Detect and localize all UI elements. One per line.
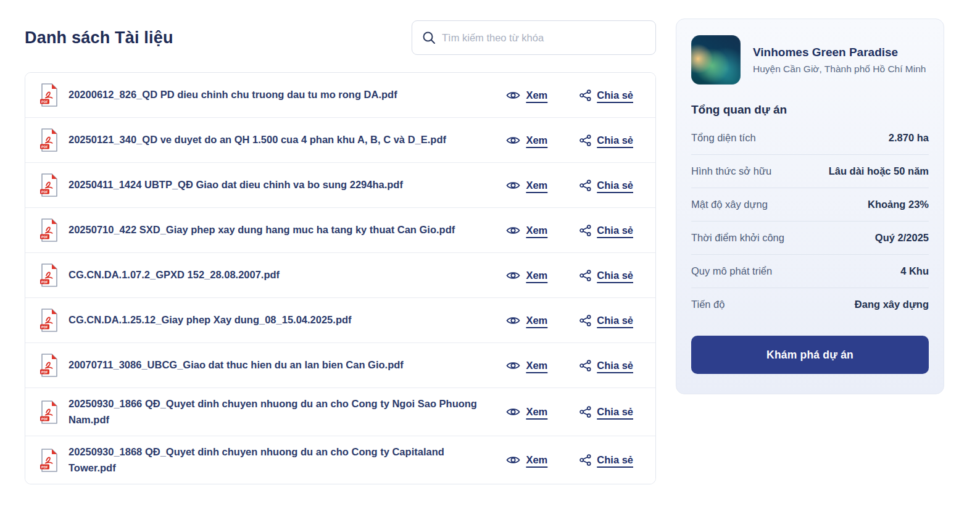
share-link-label: Chia sẻ (597, 225, 633, 236)
view-link-label: Xem (526, 454, 547, 466)
overview-label: Tổng diện tích (691, 132, 756, 144)
document-actions: Xem Chia sẻ (506, 225, 633, 236)
eye-icon (506, 360, 520, 371)
document-list: PDF 20200612_826_QD PD dieu chinh chu tr… (25, 72, 656, 484)
overview-row: Hình thức sở hữu Lâu dài hoặc 50 năm (691, 155, 929, 188)
share-icon (579, 406, 591, 418)
view-link[interactable]: Xem (506, 454, 547, 466)
search-box (412, 20, 656, 55)
share-icon (579, 315, 591, 326)
pdf-file-icon: PDF (39, 263, 59, 288)
document-row: PDF 20250930_1866 QĐ_Quyet dinh chuyen n… (25, 388, 655, 436)
share-icon (579, 89, 591, 101)
svg-text:PDF: PDF (41, 145, 48, 149)
document-actions: Xem Chia sẻ (506, 360, 633, 371)
project-card: Vinhomes Green Paradise Huyện Cần Giờ, T… (676, 19, 944, 394)
pdf-file-icon: PDF (39, 128, 59, 152)
view-link[interactable]: Xem (506, 406, 547, 418)
project-thumbnail-image (691, 35, 741, 85)
overview-row: Thời điểm khởi công Quý 2/2025 (691, 222, 929, 255)
overview-label: Hình thức sở hữu (691, 165, 771, 177)
share-link[interactable]: Chia sẻ (579, 315, 633, 326)
view-link-label: Xem (526, 270, 547, 281)
document-row: PDF 20200612_826_QD PD dieu chinh chu tr… (25, 73, 655, 118)
share-link-label: Chia sẻ (597, 360, 633, 371)
share-link-label: Chia sẻ (597, 89, 633, 101)
view-link[interactable]: Xem (506, 180, 547, 191)
svg-text:PDF: PDF (41, 325, 48, 329)
eye-icon (506, 407, 520, 417)
document-actions: Xem Chia sẻ (506, 454, 633, 466)
share-link-label: Chia sẻ (597, 406, 633, 418)
project-name: Vinhomes Green Paradise (753, 46, 926, 59)
overview-row: Mật độ xây dựng Khoảng 23% (691, 188, 929, 222)
view-link[interactable]: Xem (506, 89, 547, 101)
view-link-label: Xem (526, 225, 547, 236)
share-link[interactable]: Chia sẻ (579, 225, 633, 236)
eye-icon (506, 315, 520, 326)
view-link-label: Xem (526, 406, 547, 418)
share-link[interactable]: Chia sẻ (579, 454, 633, 466)
share-icon (579, 270, 591, 281)
overview-value: 2.870 ha (889, 132, 929, 144)
overview-label: Tiến độ (691, 299, 725, 310)
view-link[interactable]: Xem (506, 360, 547, 371)
svg-text:PDF: PDF (41, 417, 48, 420)
share-link-label: Chia sẻ (597, 454, 633, 466)
share-link[interactable]: Chia sẻ (579, 135, 633, 146)
view-link-label: Xem (526, 89, 547, 101)
eye-icon (506, 270, 520, 281)
view-link[interactable]: Xem (506, 315, 547, 326)
documents-panel: Danh sách Tài liệu PDF 20200612_826_QD P… (25, 19, 656, 484)
project-location: Huyện Cần Giờ, Thành phố Hồ Chí Minh (753, 64, 926, 75)
view-link-label: Xem (526, 135, 547, 146)
search-icon (422, 31, 436, 44)
document-actions: Xem Chia sẻ (506, 89, 633, 101)
svg-text:PDF: PDF (41, 280, 48, 284)
page-title: Danh sách Tài liệu (25, 28, 173, 48)
overview-label: Mật độ xây dựng (691, 199, 768, 210)
share-link[interactable]: Chia sẻ (579, 180, 633, 191)
document-row: PDF 20070711_3086_UBCG_Giao dat thuc hie… (25, 343, 655, 388)
svg-text:PDF: PDF (41, 370, 48, 374)
share-link[interactable]: Chia sẻ (579, 406, 633, 418)
overview-value: Đang xây dựng (855, 299, 929, 310)
share-link[interactable]: Chia sẻ (579, 270, 633, 281)
overview-label: Quy mô phát triển (691, 265, 772, 277)
document-row: PDF 20250710_422 SXD_Giay phep xay dung … (25, 208, 655, 253)
document-actions: Xem Chia sẻ (506, 315, 633, 326)
overview-row: Tổng diện tích 2.870 ha (691, 122, 929, 155)
share-link[interactable]: Chia sẻ (579, 89, 633, 101)
document-filename: CG.CN.DA.1.07.2_GPXD 152_28.08.2007.pdf (69, 267, 496, 283)
share-icon (579, 360, 591, 371)
explore-project-button[interactable]: Khám phá dự án (691, 336, 929, 374)
eye-icon (506, 90, 520, 101)
document-row: PDF 20250930_1868 QĐ_Quyet dinh chuyen n… (25, 436, 655, 484)
document-actions: Xem Chia sẻ (506, 406, 633, 418)
view-link-label: Xem (526, 360, 547, 371)
overview-row: Tiến độ Đang xây dựng (691, 288, 929, 321)
overview-title: Tổng quan dự án (691, 103, 929, 117)
document-filename: 20250121_340_QD ve duyet do an QH 1.500 … (69, 132, 496, 148)
view-link[interactable]: Xem (506, 135, 547, 146)
share-link-label: Chia sẻ (597, 180, 633, 191)
document-actions: Xem Chia sẻ (506, 180, 633, 191)
share-link[interactable]: Chia sẻ (579, 360, 633, 371)
document-filename: 20250930_1868 QĐ_Quyet dinh chuyen nhuon… (69, 444, 496, 476)
search-input[interactable] (412, 20, 656, 55)
view-link[interactable]: Xem (506, 270, 547, 281)
document-row: PDF CG.CN.DA.1.07.2_GPXD 152_28.08.2007.… (25, 253, 655, 298)
overview-value: 4 Khu (900, 265, 929, 277)
eye-icon (506, 180, 520, 191)
view-link-label: Xem (526, 315, 547, 326)
project-header: Vinhomes Green Paradise Huyện Cần Giờ, T… (691, 35, 929, 85)
pdf-file-icon: PDF (39, 448, 59, 473)
share-icon (579, 180, 591, 191)
svg-text:PDF: PDF (41, 100, 48, 104)
overview-value: Lâu dài hoặc 50 năm (829, 165, 929, 177)
eye-icon (506, 135, 520, 146)
pdf-file-icon: PDF (39, 83, 59, 107)
view-link[interactable]: Xem (506, 225, 547, 236)
view-link-label: Xem (526, 180, 547, 191)
share-icon (579, 454, 591, 466)
